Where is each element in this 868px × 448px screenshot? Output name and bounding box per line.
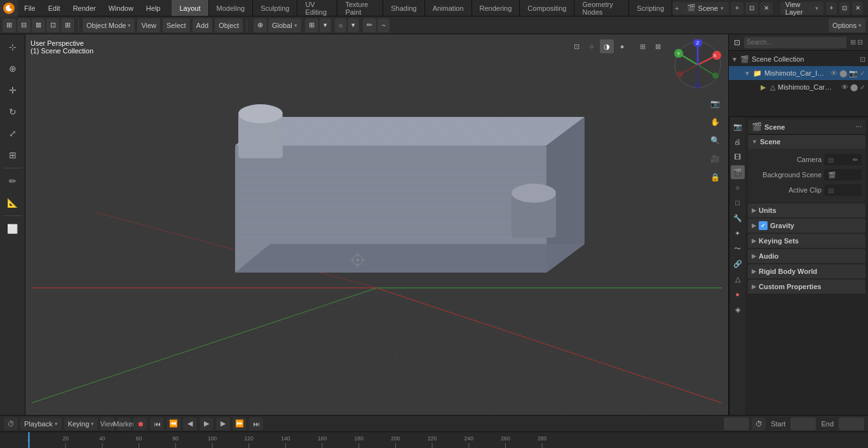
tool-rotate[interactable]: ↻ <box>3 102 23 122</box>
transform-space[interactable]: Global ▾ <box>268 18 301 32</box>
mode-icon-2[interactable]: ⊟ <box>17 18 31 32</box>
frame-clock-btn[interactable]: ⏱ <box>752 417 766 430</box>
menu-file[interactable]: File <box>18 0 42 16</box>
outliner-type-icon[interactable]: ⊡ <box>734 38 740 47</box>
record-button[interactable]: ⏺ <box>133 417 147 430</box>
item2-eye[interactable]: 👁 <box>841 83 848 92</box>
camera-edit-icon[interactable]: ✏ <box>853 156 858 163</box>
outliner-search[interactable] <box>744 37 846 48</box>
timeline-ruler[interactable]: 1 20 40 60 80 100 120 <box>0 432 868 448</box>
mode-icon-4[interactable]: ⊡ <box>46 18 60 32</box>
timeline-marker-btn[interactable]: Marker <box>117 417 131 430</box>
scene-unlink-button[interactable]: ✕ <box>760 2 773 15</box>
view-layer-selector[interactable]: View Layer ▾ <box>780 2 824 15</box>
snap-option[interactable]: ▾ <box>320 18 331 32</box>
item1-eye[interactable]: 👁 <box>831 69 837 78</box>
object-mode-dropdown[interactable]: Object Mode ▾ <box>83 18 135 32</box>
jump-start-button[interactable]: ⏮ <box>150 417 164 430</box>
options-dropdown[interactable]: Options ▾ <box>829 18 865 32</box>
view-layer-add[interactable]: + <box>826 2 837 15</box>
proportional-option[interactable]: ▾ <box>348 18 359 32</box>
menu-window[interactable]: Window <box>102 0 140 16</box>
item1-camera[interactable]: 📷 <box>849 69 858 78</box>
props-view-layer-icon[interactable]: 🎞 <box>731 150 745 164</box>
material-button[interactable]: ◑ <box>600 39 614 53</box>
grease-btn[interactable]: ~ <box>377 18 389 32</box>
item1-check[interactable]: ✓ <box>860 69 865 78</box>
add-workspace-button[interactable]: + <box>672 2 682 15</box>
nav-gizmo[interactable]: X Y Z <box>672 39 723 90</box>
outliner-item-1[interactable]: ▼ 📁 Mishimoto_Car_Intercooler_U... 👁 ⬤ 📷… <box>729 66 868 80</box>
background-scene-value[interactable]: 🎬 <box>824 169 862 180</box>
workspace-geometry-nodes[interactable]: Geometry Nodes <box>574 0 629 16</box>
current-frame-input[interactable]: 1 <box>724 417 749 430</box>
menu-render[interactable]: Render <box>67 0 102 16</box>
proportional-edit[interactable]: ○ <box>335 18 347 32</box>
menu-edit[interactable]: Edit <box>42 0 67 16</box>
add-menu[interactable]: Add <box>193 18 213 32</box>
rigid-body-header[interactable]: ▶ Rigid Body World <box>748 264 865 278</box>
workspace-scripting[interactable]: Scripting <box>629 0 672 16</box>
wireframe-button[interactable]: ⊡ <box>569 39 583 53</box>
timeline-view-btn[interactable]: View <box>100 417 114 430</box>
tool-cursor[interactable]: ⊕ <box>3 58 23 79</box>
props-output-icon[interactable]: 🖨 <box>731 135 745 149</box>
outliner-item-2[interactable]: ▶ △ Mishimoto_Car_Intercool... 👁 ⬤ ✓ <box>729 80 868 94</box>
select-menu[interactable]: Select <box>163 18 190 32</box>
props-world-icon[interactable]: ○ <box>731 180 745 194</box>
workspace-rendering[interactable]: Rendering <box>472 0 520 16</box>
gravity-section-header[interactable]: ▶ ✓ Gravity <box>748 219 865 233</box>
mode-icon-5[interactable]: ⊞ <box>61 18 74 32</box>
view-layer-unlink[interactable]: ✕ <box>852 2 863 15</box>
view-layer-options[interactable]: ⊡ <box>839 2 850 15</box>
annotation-btn[interactable]: ✏ <box>363 18 376 32</box>
menu-help[interactable]: Help <box>140 0 167 16</box>
tool-transform[interactable]: ⊞ <box>3 145 23 165</box>
workspace-modeling[interactable]: Modeling <box>209 0 254 16</box>
zoom-button[interactable]: 🔍 <box>707 132 723 149</box>
keying-sets-header[interactable]: ▶ Keying Sets <box>748 234 865 248</box>
keying-dropdown[interactable]: Keying ▾ <box>64 417 98 430</box>
object-menu[interactable]: Object <box>215 18 243 32</box>
lock-button[interactable]: 🔒 <box>707 169 723 186</box>
camera-value[interactable]: ▤ ✏ <box>824 154 862 165</box>
view-menu[interactable]: View <box>137 18 160 32</box>
scene-add-button[interactable]: + <box>731 2 743 15</box>
tool-add-cube[interactable]: ⬜ <box>3 219 23 239</box>
tool-move[interactable]: ✛ <box>3 80 23 100</box>
viewport-3d[interactable]: User Perspective (1) Scene Collection X … <box>25 34 728 415</box>
workspace-layout[interactable]: Layout <box>172 0 208 16</box>
props-render-icon[interactable]: 📷 <box>731 119 745 133</box>
xray-button[interactable]: ⊠ <box>651 39 665 53</box>
units-section-header[interactable]: ▶ Units <box>748 203 865 217</box>
next-frame-button[interactable]: ⏩ <box>233 417 247 430</box>
outliner-sort-btn[interactable]: ⊟ <box>857 38 863 46</box>
audio-section-header[interactable]: ▶ Audio <box>748 249 865 263</box>
tool-annotate[interactable]: ✏ <box>3 171 23 191</box>
playback-dropdown[interactable]: Playback ▾ <box>20 417 62 430</box>
tool-select[interactable]: ⊹ <box>3 37 23 57</box>
workspace-animation[interactable]: Animation <box>425 0 472 16</box>
active-clip-value[interactable]: ▤ <box>824 184 862 196</box>
props-material-icon[interactable]: ● <box>731 287 745 301</box>
tool-scale[interactable]: ⤢ <box>3 123 23 144</box>
prev-frame-button[interactable]: ⏪ <box>166 417 180 430</box>
props-object-icon[interactable]: □ <box>731 196 745 210</box>
gravity-checkbox[interactable]: ✓ <box>759 221 768 230</box>
props-modifier-icon[interactable]: 🔧 <box>731 211 745 225</box>
custom-props-header[interactable]: ▶ Custom Properties <box>748 280 865 294</box>
workspace-compositing[interactable]: Compositing <box>520 0 574 16</box>
solid-button[interactable]: ○ <box>585 39 599 53</box>
props-data-icon[interactable]: △ <box>731 272 745 286</box>
workspace-texture-paint[interactable]: Texture Paint <box>337 0 383 16</box>
start-frame-input[interactable]: 1 <box>790 417 816 430</box>
next-keyframe-button[interactable]: ▶ <box>216 417 230 430</box>
tool-measure[interactable]: 📐 <box>3 193 23 213</box>
timeline-mode-btn[interactable]: ⏱ <box>4 417 18 430</box>
props-particles-icon[interactable]: ✦ <box>731 226 745 240</box>
scene-selector[interactable]: 🎬 Scene ▾ <box>682 2 729 15</box>
workspace-uv-editing[interactable]: UV Editing <box>297 0 337 16</box>
outliner-filter-btn[interactable]: ⊞ <box>850 38 856 46</box>
scene-section-header[interactable]: ▼ Scene <box>748 135 865 149</box>
scene-options-button[interactable]: ⊡ <box>745 2 758 15</box>
